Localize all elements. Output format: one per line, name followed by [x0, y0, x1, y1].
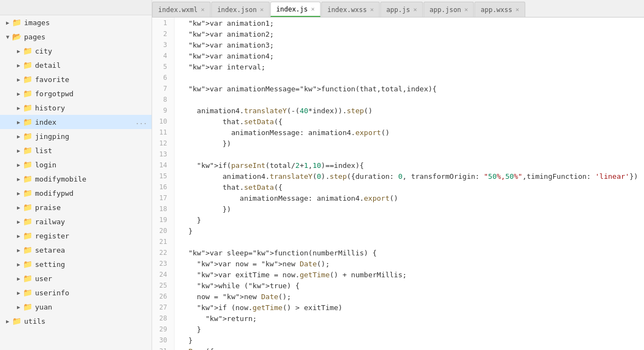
arrow-icon-praise: ▶ [15, 204, 22, 211]
sidebar-label-utils: utils [24, 317, 147, 325]
table-row: 24 "kw">var exitTime = now.getTime() + n… [152, 269, 644, 280]
editor: index.wxml✕index.json✕index.js✕index.wxs… [152, 0, 644, 350]
line-number: 11 [152, 127, 174, 138]
folder-icon-images: 📁 [12, 18, 21, 27]
folder-icon-setarea: 📁 [23, 246, 32, 254]
tab-index-wxss[interactable]: index.wxss✕ [321, 2, 380, 17]
tab-close-index-wxss[interactable]: ✕ [370, 6, 374, 13]
line-code: "kw">if (now.getTime() > exitTime) [174, 302, 644, 313]
line-code: "kw">var now = "kw">new Date(); [174, 258, 644, 269]
sidebar-label-modifymobile: modifymobile [35, 175, 147, 183]
table-row: 21 [152, 236, 644, 247]
folder-icon-yuan: 📁 [23, 302, 32, 311]
tab-app-js[interactable]: app.js✕ [380, 2, 423, 17]
sidebar-item-index[interactable]: ▶📁index... [0, 115, 152, 129]
line-number: 27 [152, 302, 174, 313]
tab-close-app-wxss[interactable]: ✕ [515, 6, 519, 13]
line-number: 25 [152, 280, 174, 291]
tabs-bar: index.wxml✕index.json✕index.js✕index.wxs… [152, 0, 644, 18]
sidebar-item-city[interactable]: ▶📁city [0, 44, 152, 58]
tab-index-wxml[interactable]: index.wxml✕ [152, 2, 211, 17]
arrow-icon-setting: ▶ [15, 261, 22, 267]
tab-label-app-js: app.js [386, 6, 410, 14]
sidebar-label-city: city [35, 47, 147, 55]
sidebar-item-yuan[interactable]: ▶📁yuan [0, 300, 152, 314]
folder-icon-favorite: 📁 [23, 75, 32, 84]
sidebar-label-login: login [35, 161, 147, 169]
sidebar-item-modifypwd[interactable]: ▶📁modifypwd [0, 186, 152, 200]
sidebar-item-utils[interactable]: ▶📁utils [0, 314, 152, 328]
sidebar-item-modifymobile[interactable]: ▶📁modifymobile [0, 172, 152, 186]
arrow-icon-login: ▶ [15, 161, 22, 168]
table-row: 25 "kw">while ("kw">true) { [152, 280, 644, 291]
folder-icon-user: 📁 [23, 274, 32, 283]
line-number: 28 [152, 313, 174, 324]
sidebar-label-pages: pages [24, 33, 147, 41]
table-row: 29 } [152, 324, 644, 335]
line-number: 22 [152, 247, 174, 258]
line-number: 24 [152, 269, 174, 280]
line-number: 29 [152, 324, 174, 335]
sidebar-label-modifypwd: modifypwd [35, 189, 147, 197]
tab-label-app-json: app.json [430, 6, 461, 14]
line-number: 10 [152, 116, 174, 127]
table-row: 14 "kw">if(parseInt(total/2+1,10)==index… [152, 160, 644, 171]
sidebar-item-user[interactable]: ▶📁user [0, 271, 152, 285]
sidebar-item-list[interactable]: ▶📁list [0, 143, 152, 158]
tab-index-json[interactable]: index.json✕ [211, 2, 270, 17]
line-number: 3 [152, 39, 174, 50]
table-row: 15 animation4.translateY(0).step({durati… [152, 171, 644, 182]
sidebar-item-userinfo[interactable]: ▶📁userinfo [0, 285, 152, 300]
sidebar-item-praise[interactable]: ▶📁praise [0, 200, 152, 214]
table-row: 13 [152, 149, 644, 160]
line-number: 2 [152, 28, 174, 39]
sidebar-label-userinfo: userinfo [35, 289, 147, 297]
sidebar-item-favorite[interactable]: ▶📁favorite [0, 72, 152, 86]
tab-close-index-json[interactable]: ✕ [260, 6, 264, 13]
line-number: 16 [152, 182, 174, 192]
line-code: "kw">var exitTime = now.getTime() + numb… [174, 269, 644, 280]
table-row: 9 animation4.translateY(-(40*index)).ste… [152, 105, 644, 116]
sidebar-item-setarea[interactable]: ▶📁setarea [0, 243, 152, 257]
sidebar-item-login[interactable]: ▶📁login [0, 158, 152, 172]
line-code [174, 236, 644, 247]
line-code: }) [174, 138, 644, 149]
line-code: animation4.translateY(0).step({duration:… [174, 171, 644, 182]
tab-index-js[interactable]: index.js✕ [270, 2, 321, 17]
line-number: 12 [152, 138, 174, 149]
tab-close-index-js[interactable]: ✕ [311, 5, 315, 13]
table-row: 18 }) [152, 203, 644, 214]
sidebar-item-setting[interactable]: ▶📁setting [0, 257, 152, 271]
tab-label-index-wxml: index.wxml [158, 6, 198, 14]
tab-close-app-json[interactable]: ✕ [465, 6, 468, 13]
sidebar-label-setting: setting [35, 260, 147, 269]
code-area[interactable]: 1 "kw">var animation1;2 "kw">var animati… [152, 18, 644, 350]
folder-icon-userinfo: 📁 [23, 288, 32, 297]
arrow-icon-city: ▶ [15, 48, 22, 54]
sidebar-item-detail[interactable]: ▶📁detail [0, 58, 152, 72]
tab-close-index-wxml[interactable]: ✕ [201, 6, 205, 13]
line-code: }) [174, 203, 644, 214]
table-row: 26 now = "kw">new Date(); [152, 291, 644, 302]
sidebar-item-jingping[interactable]: ▶📁jingping [0, 129, 152, 143]
sidebar-item-images[interactable]: ▶📁images [0, 15, 152, 30]
line-code: } [174, 335, 644, 346]
sidebar-label-forgotpwd: forgotpwd [35, 90, 147, 98]
line-number: 15 [152, 171, 174, 182]
sidebar-item-history[interactable]: ▶📁history [0, 101, 152, 115]
line-number: 9 [152, 105, 174, 116]
sidebar-item-railway[interactable]: ▶📁railway [0, 214, 152, 229]
arrow-icon-images: ▶ [4, 19, 11, 26]
folder-icon-praise: 📁 [23, 203, 32, 212]
tab-app-json[interactable]: app.json✕ [423, 2, 474, 17]
sidebar: ▶📁images▼📂pages▶📁city▶📁detail▶📁favorite▶… [0, 0, 152, 350]
line-code [174, 94, 644, 105]
table-row: 7 "kw">var animationMessage="kw">functio… [152, 83, 644, 94]
line-number: 21 [152, 236, 174, 247]
sidebar-item-register[interactable]: ▶📁register [0, 229, 152, 243]
tab-app-wxss[interactable]: app.wxss✕ [474, 2, 525, 17]
line-code: animation4.translateY(-(40*index)).step(… [174, 105, 644, 116]
sidebar-item-pages[interactable]: ▼📂pages [0, 30, 152, 44]
tab-close-app-js[interactable]: ✕ [413, 6, 417, 13]
sidebar-item-forgotpwd[interactable]: ▶📁forgotpwd [0, 86, 152, 101]
